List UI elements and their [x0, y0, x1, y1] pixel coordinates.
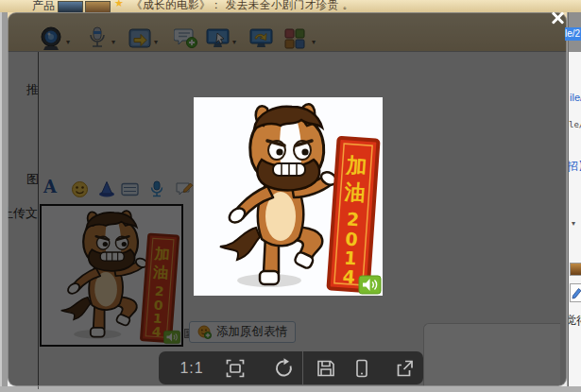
actual-size-button[interactable]: 1:1 [176, 351, 208, 384]
signature-text: 《成长的电影》： 发去未全小剧门才珍贵 。 [131, 0, 353, 12]
path-fragment: le/2 [569, 120, 581, 129]
selected-text-fragment: le/2 [565, 27, 581, 41]
fit-screen-icon[interactable] [224, 351, 247, 384]
edit-pencil-button-fragment[interactable] [570, 283, 581, 302]
window-left-edge [0, 12, 8, 386]
star-icon: ★ [114, 0, 124, 9]
chat-title-strip: 产品 ★ 《成长的电影》： 发去未全小剧门才珍贵 。 [0, 0, 581, 12]
product-label: 产品 [32, 0, 55, 12]
dropdown-caret-fragment[interactable]: ▾ [572, 219, 575, 228]
toolbar-divider [302, 351, 303, 384]
rotate-icon[interactable] [272, 351, 295, 384]
share-icon[interactable] [393, 351, 416, 384]
link-fragment[interactable]: 招】 [568, 159, 581, 175]
mini-thumbnail-fragment[interactable] [570, 263, 581, 276]
window-bottom-edge [0, 386, 581, 392]
close-icon[interactable] [549, 9, 566, 26]
link-fragment[interactable]: ile/ [570, 92, 581, 103]
viewer-toolbar: 1:1 [159, 351, 423, 384]
chat-avatar [58, 1, 83, 12]
chat-image-thumb [85, 1, 111, 12]
send-to-device-icon[interactable] [350, 351, 373, 384]
page-right-edge: ile/ le/2 招】 ▾ 觉得 [568, 12, 581, 386]
viewed-image[interactable] [194, 97, 383, 296]
save-icon[interactable] [315, 351, 337, 384]
text-fragment: 觉得 [568, 313, 581, 329]
